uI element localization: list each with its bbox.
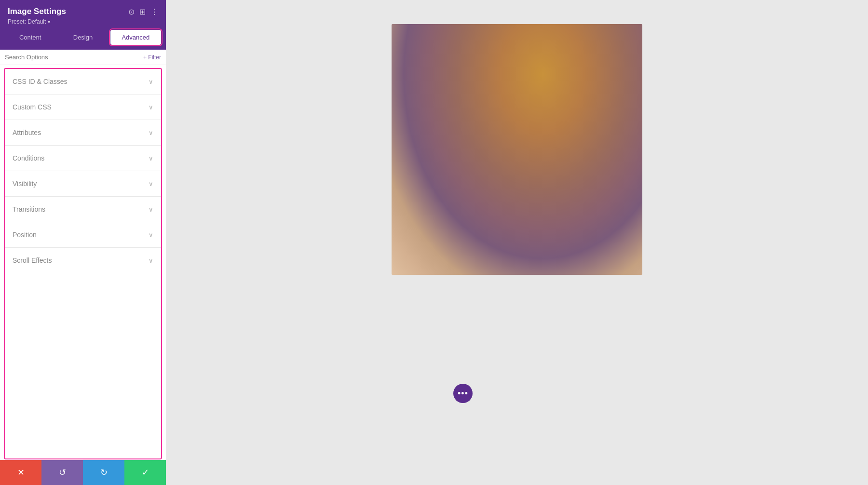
- accordion-css-id-classes: CSS ID & Classes ∨: [5, 69, 161, 94]
- accordion-header-conditions[interactable]: Conditions ∨: [5, 146, 161, 171]
- accordion-label-transitions: Transitions: [13, 205, 45, 213]
- chevron-down-icon-scroll: ∨: [149, 257, 153, 264]
- accordion-header-visibility[interactable]: Visibility ∨: [5, 171, 161, 196]
- panel-title: Image Settings: [8, 7, 66, 16]
- accordion-header-attributes[interactable]: Attributes ∨: [5, 120, 161, 145]
- save-button[interactable]: ✓: [124, 460, 166, 485]
- accordion-transitions: Transitions ∨: [5, 197, 161, 222]
- accordion-scroll-effects: Scroll Effects ∨: [5, 248, 161, 273]
- chevron-down-icon-custom: ∨: [149, 104, 153, 111]
- accordion-header-transitions[interactable]: Transitions ∨: [5, 197, 161, 222]
- sidebar-header: Image Settings ⊙ ⊞ ⋮ Preset: Default ▾: [0, 0, 166, 30]
- layout-icon[interactable]: ⊞: [139, 7, 146, 16]
- image-gradient: [392, 24, 642, 275]
- preset-row: Preset: Default ▾: [8, 18, 158, 25]
- accordion-conditions: Conditions ∨: [5, 146, 161, 171]
- chevron-down-icon-attributes: ∨: [149, 129, 153, 136]
- image-preview: [392, 24, 642, 275]
- accordion-header-scroll-effects[interactable]: Scroll Effects ∨: [5, 248, 161, 273]
- tab-advanced[interactable]: Advanced: [110, 30, 161, 45]
- accordion-attributes: Attributes ∨: [5, 120, 161, 146]
- accordion-header-position[interactable]: Position ∨: [5, 222, 161, 247]
- accordion-header-css-id-classes[interactable]: CSS ID & Classes ∨: [5, 69, 161, 94]
- settings-icon[interactable]: ⊙: [128, 7, 135, 16]
- filter-button[interactable]: + Filter: [143, 54, 161, 61]
- accordion-label-scroll-effects: Scroll Effects: [13, 256, 52, 264]
- chevron-down-icon-visibility: ∨: [149, 180, 153, 188]
- panel-body: CSS ID & Classes ∨ Custom CSS ∨ Attribut…: [4, 68, 162, 459]
- chevron-down-icon-conditions: ∨: [149, 155, 153, 162]
- tabs-bar: Content Design Advanced: [0, 30, 166, 50]
- chevron-down-icon-css: ∨: [149, 78, 153, 85]
- accordion-position: Position ∨: [5, 222, 161, 248]
- sidebar: Image Settings ⊙ ⊞ ⋮ Preset: Default ▾ C…: [0, 0, 166, 485]
- preset-arrow[interactable]: ▾: [48, 19, 50, 25]
- accordion-label-position: Position: [13, 231, 37, 239]
- undo-button[interactable]: ↺: [41, 460, 83, 485]
- preset-label: Preset: Default: [8, 18, 46, 25]
- search-row: + Filter: [0, 50, 166, 65]
- chevron-down-icon-position: ∨: [149, 231, 153, 239]
- chevron-down-icon-transitions: ∨: [149, 206, 153, 213]
- title-row: Image Settings ⊙ ⊞ ⋮: [8, 7, 158, 16]
- more-icon[interactable]: ⋮: [150, 7, 158, 16]
- redo-button[interactable]: ↻: [83, 460, 124, 485]
- accordion-label-visibility: Visibility: [13, 180, 37, 188]
- accordion-label-attributes: Attributes: [13, 129, 41, 136]
- accordion-visibility: Visibility ∨: [5, 171, 161, 197]
- accordion-label-custom-css: Custom CSS: [13, 103, 52, 111]
- accordion-label-conditions: Conditions: [13, 154, 44, 162]
- search-input[interactable]: [5, 54, 139, 61]
- tab-content[interactable]: Content: [5, 30, 55, 45]
- bottom-toolbar: ✕ ↺ ↻ ✓: [0, 460, 166, 485]
- accordion-custom-css: Custom CSS ∨: [5, 94, 161, 120]
- cancel-button[interactable]: ✕: [0, 460, 41, 485]
- accordion-label-css-id-classes: CSS ID & Classes: [13, 78, 68, 85]
- accordion-header-custom-css[interactable]: Custom CSS ∨: [5, 94, 161, 120]
- fab-button[interactable]: •••: [453, 384, 473, 403]
- main-content: •••: [166, 0, 868, 485]
- header-icons: ⊙ ⊞ ⋮: [128, 7, 158, 16]
- tab-design[interactable]: Design: [57, 30, 108, 45]
